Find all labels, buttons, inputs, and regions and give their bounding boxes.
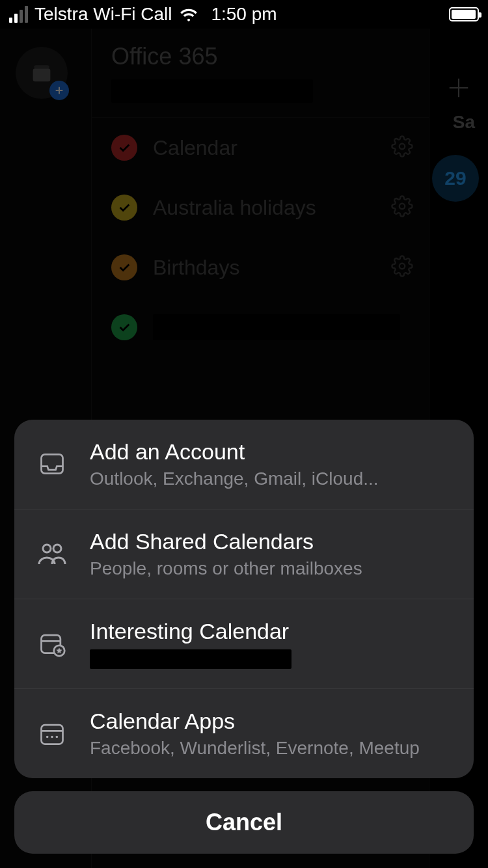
svg-point-11 <box>53 545 61 552</box>
calendar-apps-button[interactable]: Calendar Apps Facebook, Wunderlist, Ever… <box>14 688 474 778</box>
svg-rect-15 <box>42 726 63 744</box>
sheet-item-subtitle: People, rooms or other mailboxes <box>90 558 454 579</box>
calendar-star-icon <box>38 629 66 658</box>
svg-point-18 <box>51 736 53 739</box>
add-shared-calendars-button[interactable]: Add Shared Calendars People, rooms or ot… <box>14 509 474 599</box>
sheet-item-title: Calendar Apps <box>90 709 454 734</box>
action-sheet: Add an Account Outlook, Exchange, Gmail,… <box>14 420 474 854</box>
sheet-item-title: Add Shared Calendars <box>90 529 454 554</box>
cancel-button[interactable]: Cancel <box>14 791 474 854</box>
inbox-icon <box>38 450 66 478</box>
svg-point-19 <box>56 736 59 739</box>
sheet-item-subtitle: Facebook, Wunderlist, Evernote, Meetup <box>90 738 454 759</box>
sheet-item-subtitle: Outlook, Exchange, Gmail, iCloud... <box>90 468 454 489</box>
cancel-label: Cancel <box>206 809 282 836</box>
people-icon <box>36 538 68 569</box>
calendar-apps-icon <box>38 719 66 748</box>
sheet-item-title: Interesting Calendar <box>90 619 454 644</box>
status-bar: Telstra Wi-Fi Call 1:50 pm <box>0 0 488 29</box>
svg-point-17 <box>46 736 49 739</box>
svg-point-10 <box>43 545 51 552</box>
clock-time: 1:50 pm <box>211 4 277 24</box>
sheet-item-title: Add an Account <box>90 439 454 465</box>
battery-icon <box>449 7 479 21</box>
interesting-calendar-button[interactable]: Interesting Calendar <box>14 599 474 688</box>
sheet-item-subtitle-redacted <box>90 649 291 669</box>
add-account-button[interactable]: Add an Account Outlook, Exchange, Gmail,… <box>14 420 474 509</box>
